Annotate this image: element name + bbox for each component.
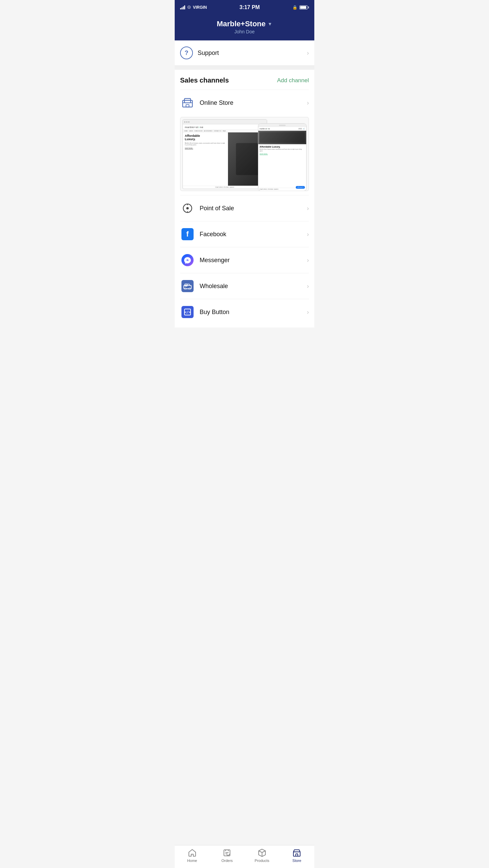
store-name[interactable]: Marble+Stone ▼	[180, 20, 309, 28]
sales-channels-section: Sales channels Add channel Online Store …	[175, 70, 314, 328]
products-nav-icon	[257, 848, 267, 858]
desktop-preview: marble+st○ne HOME CASES HOME DECOR ACCES…	[182, 119, 267, 189]
status-bar: ☉ VIRGIN 3:17 PM 🔒	[175, 0, 314, 15]
signal-bars-icon	[180, 5, 185, 9]
carrier-signal: ☉ VIRGIN	[180, 5, 207, 10]
buy-button-chevron-icon: ›	[307, 309, 309, 316]
facebook-icon: f	[180, 227, 195, 242]
wholesale-label: Wholesale	[200, 283, 307, 290]
messenger-icon	[180, 253, 195, 268]
wholesale-icon	[180, 279, 195, 293]
lock-icon: 🔒	[292, 5, 297, 10]
support-row[interactable]: ? Support ›	[175, 40, 314, 66]
bottom-nav: Home Orders Products	[175, 845, 314, 868]
facebook-label: Facebook	[200, 231, 307, 238]
svg-rect-16	[296, 854, 298, 856]
home-nav-label: Home	[187, 859, 197, 863]
point-of-sale-chevron-icon: ›	[307, 205, 309, 212]
svg-rect-9	[185, 284, 187, 286]
products-nav-label: Products	[255, 859, 269, 863]
status-time: 3:17 PM	[239, 4, 260, 10]
nav-item-products[interactable]: Products	[244, 848, 280, 863]
online-store-chevron-icon: ›	[307, 99, 309, 106]
mobile-preview: marble+st○ne USD🛒 Affordable Luxury. Mar…	[258, 123, 307, 191]
channel-row-facebook[interactable]: f Facebook ›	[180, 221, 309, 247]
add-channel-button[interactable]: Add channel	[277, 77, 309, 84]
orders-nav-icon	[222, 848, 232, 858]
svg-point-5	[186, 207, 189, 209]
home-nav-icon	[188, 848, 197, 858]
channel-row-online-store[interactable]: Online Store ›	[180, 90, 309, 116]
channel-row-messenger[interactable]: Messenger ›	[180, 247, 309, 273]
support-chevron-icon: ›	[307, 50, 309, 57]
store-nav-label: Store	[292, 859, 301, 863]
wifi-icon: ☉	[187, 5, 191, 10]
channel-row-wholesale[interactable]: Wholesale ›	[180, 273, 309, 299]
store-preview: marble+st○ne HOME CASES HOME DECOR ACCES…	[180, 117, 309, 191]
carrier-name: VIRGIN	[193, 5, 207, 10]
online-store-icon	[180, 95, 195, 110]
channel-row-point-of-sale[interactable]: Point of Sale ›	[180, 195, 309, 221]
battery-indicator	[299, 5, 309, 9]
svg-point-10	[185, 288, 186, 289]
messenger-label: Messenger	[200, 257, 307, 264]
nav-item-store[interactable]: Store	[280, 848, 315, 863]
facebook-chevron-icon: ›	[307, 231, 309, 238]
orders-nav-label: Orders	[221, 859, 233, 863]
store-dropdown-icon[interactable]: ▼	[268, 21, 272, 27]
buy-button-icon: </>	[180, 305, 195, 319]
svg-text:</>: </>	[184, 310, 191, 314]
online-store-label: Online Store	[200, 99, 307, 106]
channel-row-buy-button[interactable]: </> Buy Button ›	[180, 299, 309, 325]
message-us-button[interactable]: ● Message Us	[296, 186, 305, 189]
support-icon: ?	[180, 46, 193, 59]
app-header: Marble+Stone ▼ John Doe	[175, 15, 314, 40]
section-divider	[175, 66, 314, 70]
sales-channels-header: Sales channels Add channel	[180, 76, 309, 84]
status-indicators: 🔒	[292, 5, 309, 10]
point-of-sale-label: Point of Sale	[200, 205, 307, 212]
user-name: John Doe	[180, 29, 309, 34]
point-of-sale-icon	[180, 201, 195, 216]
nav-item-orders[interactable]: Orders	[210, 848, 245, 863]
sales-channels-title: Sales channels	[180, 76, 229, 84]
svg-point-11	[189, 288, 190, 289]
messenger-chevron-icon: ›	[307, 257, 309, 264]
wholesale-chevron-icon: ›	[307, 283, 309, 290]
store-nav-icon	[292, 848, 301, 858]
buy-button-label: Buy Button	[200, 309, 307, 316]
support-label: Support	[198, 50, 307, 57]
nav-item-home[interactable]: Home	[175, 848, 210, 863]
